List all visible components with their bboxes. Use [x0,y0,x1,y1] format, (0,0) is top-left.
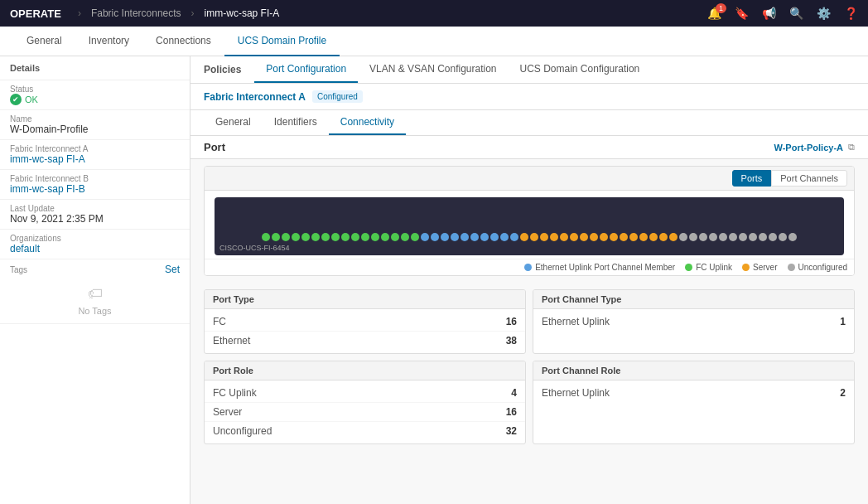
fi-sub-tabs: General Identifiers Connectivity [190,110,868,136]
port-role-unconfigured-value: 32 [506,425,517,437]
help-icon[interactable]: ❓ [844,7,858,20]
switch-port [530,233,538,241]
status-value: OK [10,94,180,105]
port-role-body: FC Uplink 4 Server 16 Unconfigured 32 [205,380,525,443]
switch-port [659,233,668,241]
policies-title: Policies [204,57,241,82]
switch-port [341,233,350,241]
legend-label-ethernet-uplink: Ethernet Uplink Port Channel Member [535,263,675,272]
secondary-nav: General Inventory Connections UCS Domain… [0,27,868,56]
switch-port [381,233,389,241]
legend-label-server: Server [753,263,777,272]
settings-icon[interactable]: ⚙️ [817,7,831,20]
brand-label: OPERATE [10,7,61,20]
legend-label-unconfigured: Unconfigured [798,263,847,272]
topbar-right: 🔔 1 🔖 📢 🔍 ⚙️ ❓ [707,7,858,20]
search-icon[interactable]: 🔍 [789,7,803,20]
port-type-ethernet-label: Ethernet [213,335,250,346]
switch-port [401,233,409,241]
notifications-icon[interactable]: 🔔 1 [707,7,721,20]
breadcrumb-fabric-interconnects[interactable]: Fabric Interconnects [91,7,181,19]
port-type-body: FC 16 Ethernet 38 [205,309,525,353]
fi-tab-identifiers[interactable]: Identifiers [263,110,329,135]
fi-tab-connectivity[interactable]: Connectivity [329,110,406,135]
switch-image: (function() { var row = document.current… [215,197,844,255]
main-layout: Details Status OK Name W-Domain-Profile … [0,56,868,504]
policies-tab-ucs-domain[interactable]: UCS Domain Configuration [509,56,652,83]
policies-tab-vlan-vsan[interactable]: VLAN & VSAN Configuration [358,56,508,83]
switch-visual: (function() { var row = document.current… [205,191,854,259]
nav-tab-inventory[interactable]: Inventory [75,27,142,56]
organizations-value[interactable]: default [10,243,180,254]
switch-port [629,233,638,241]
switch-port [610,233,618,241]
port-view-tab-channels[interactable]: Port Channels [771,170,847,187]
switch-ports-row: (function() { var row = document.current… [219,233,839,241]
switch-port [470,233,479,241]
switch-port [451,233,459,241]
switch-port [490,233,499,241]
port-title: Port [204,141,225,153]
no-tags-label: No Tags [78,306,111,316]
status-row: Status OK [0,80,190,110]
switch-port [480,233,489,241]
switch-port [391,233,399,241]
name-row: Name W-Domain-Profile [0,110,190,140]
switch-port [311,233,320,241]
port-view-tabs: Ports Port Channels [205,167,854,191]
switch-port [709,233,717,241]
port-channel-type-card: Port Channel Type Ethernet Uplink 1 [533,289,855,354]
switch-port [361,233,369,241]
fi-b-label: Fabric Interconnect B [10,174,180,183]
port-type-fc-value: 16 [506,316,517,327]
switch-port [301,233,310,241]
port-role-header: Port Role [205,361,525,380]
fi-configured-badge: Configured [312,90,363,103]
port-role-card: Port Role FC Uplink 4 Server 16 Unconfig… [204,361,526,444]
fi-tab-general[interactable]: General [204,110,263,135]
legend-dot-ethernet-uplink [524,264,532,271]
copy-icon[interactable]: ⧉ [848,142,855,153]
switch-container: Ports Port Channels (function() { var ro… [204,166,855,276]
fi-b-value[interactable]: imm-wc-sap FI-B [10,183,180,195]
nav-tab-ucs-domain-profile[interactable]: UCS Domain Profile [224,27,340,56]
notifications-badge: 1 [716,3,726,13]
switch-port [411,233,419,241]
breadcrumb-sep-1: › [78,7,81,19]
port-role-unconfigured-row: Unconfigured 32 [205,422,525,440]
nav-tab-general[interactable]: General [13,27,75,56]
port-channel-role-ethernet-label: Ethernet Uplink [542,387,610,399]
organizations-label: Organizations [10,234,180,243]
switch-port [351,233,359,241]
legend-item-fc-uplink: FC Uplink [685,263,732,272]
megaphone-icon[interactable]: 📢 [762,7,776,20]
port-view-tab-ports[interactable]: Ports [732,170,772,187]
right-panel: Policies Port Configuration VLAN & VSAN … [190,56,868,504]
switch-port [600,233,608,241]
switch-port [461,233,469,241]
fi-header: Fabric Interconnect A Configured [190,84,868,110]
left-panel: Details Status OK Name W-Domain-Profile … [0,56,190,504]
switch-port [788,233,797,241]
nav-tab-connections[interactable]: Connections [142,27,224,56]
fi-a-value[interactable]: imm-wc-sap FI-A [10,153,180,165]
port-policy-name[interactable]: W-Port-Policy-A [774,143,844,153]
last-update-value: Nov 9, 2021 2:35 PM [10,213,180,225]
policies-tab-port-config[interactable]: Port Configuration [254,56,358,83]
breadcrumb-sep-2: › [191,7,195,19]
port-channel-role-body: Ethernet Uplink 2 [533,380,854,405]
port-channel-role-card: Port Channel Role Ethernet Uplink 2 [533,361,855,444]
port-role-server-row: Server 16 [205,403,525,422]
tags-row: Tags Set 🏷 No Tags [0,259,190,324]
port-policy-area: W-Port-Policy-A ⧉ [774,142,856,153]
tags-set-button[interactable]: Set [165,264,180,275]
port-type-fc-label: FC [213,316,226,327]
port-type-header: Port Type [205,290,525,309]
name-label: Name [10,114,180,124]
port-channel-role-header: Port Channel Role [533,361,854,380]
switch-port [331,233,340,241]
bookmark-icon[interactable]: 🔖 [735,7,749,20]
legend-item-server: Server [742,263,777,272]
port-channel-type-ethernet-value: 1 [840,316,846,327]
port-channel-role-ethernet-value: 2 [840,387,846,399]
